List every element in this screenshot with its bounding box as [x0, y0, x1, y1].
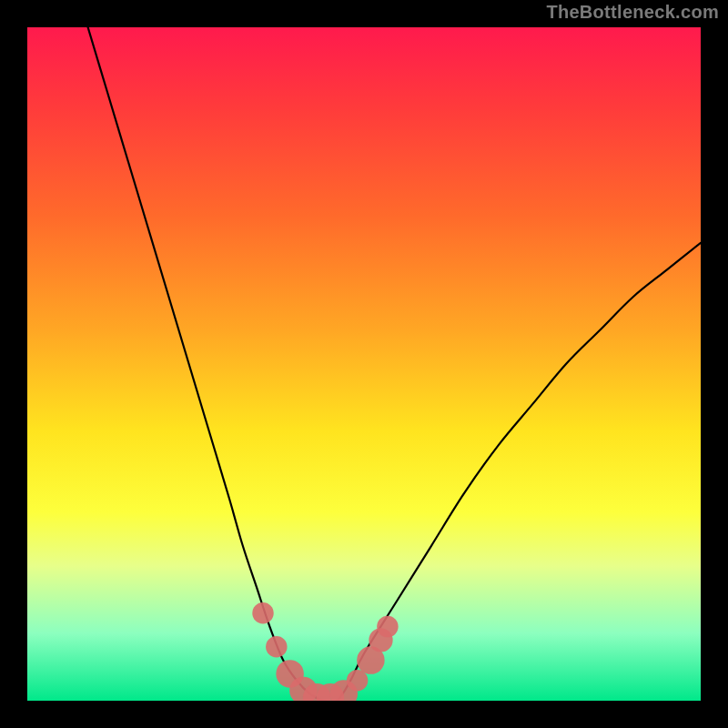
plot-area	[27, 27, 701, 701]
curve-markers	[252, 602, 398, 701]
curve-marker	[377, 616, 398, 637]
chart-svg	[27, 27, 701, 701]
curve-marker	[252, 602, 273, 623]
chart-frame: TheBottleneck.com	[0, 0, 728, 728]
watermark-text: TheBottleneck.com	[546, 2, 719, 23]
bottleneck-curve	[88, 27, 701, 701]
curve-marker	[347, 670, 368, 691]
curve-marker	[266, 636, 287, 657]
